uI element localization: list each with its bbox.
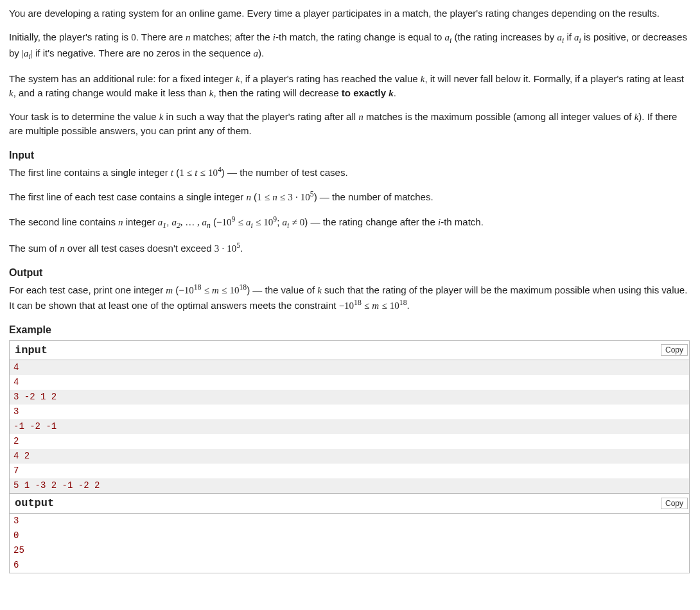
intro-paragraph-4: Your task is to determine the value k in… <box>9 110 690 139</box>
input-line: 4 2 <box>10 449 689 464</box>
output-line: 3 <box>10 514 689 528</box>
input-line: 4 <box>10 375 689 390</box>
input-para-4: The sum of n over all test cases doesn't… <box>9 240 690 256</box>
input-line: 4 <box>10 360 689 375</box>
input-para-1: The first line contains a single integer… <box>9 164 690 180</box>
output-heading: Output <box>9 265 690 281</box>
input-para-2: The first line of each test case contain… <box>9 189 690 205</box>
copy-output-button[interactable]: Copy <box>661 498 688 509</box>
output-line: 6 <box>10 558 689 573</box>
input-line: 7 <box>10 464 689 478</box>
example-output-header: output Copy <box>10 494 689 514</box>
output-label: output <box>15 495 54 512</box>
output-line: 0 <box>10 528 689 543</box>
example-input-body: 443 -2 1 23-1 -2 -124 275 1 -3 2 -1 -2 2 <box>10 360 689 493</box>
example-output-body: 30256 <box>10 514 689 573</box>
example-input-box: input Copy 443 -2 1 23-1 -2 -124 275 1 -… <box>9 340 690 494</box>
input-line: 2 <box>10 434 689 449</box>
input-line: -1 -2 -1 <box>10 419 689 434</box>
output-line: 25 <box>10 543 689 558</box>
input-line: 3 -2 1 2 <box>10 390 689 405</box>
intro-paragraph-3: The system has an additional rule: for a… <box>9 72 690 101</box>
input-line: 5 1 -3 2 -1 -2 2 <box>10 478 689 493</box>
input-line: 3 <box>10 405 689 419</box>
input-para-3: The second line contains n integer a1, a… <box>9 214 690 232</box>
example-input-header: input Copy <box>10 341 689 361</box>
example-output-box: output Copy 30256 <box>9 493 690 573</box>
input-heading: Input <box>9 148 690 163</box>
copy-input-button[interactable]: Copy <box>661 344 688 356</box>
input-label: input <box>15 342 48 359</box>
output-para: For each test case, print one integer m … <box>9 282 690 313</box>
intro-paragraph-2: Initially, the player's rating is 0. The… <box>9 30 690 63</box>
intro-paragraph-1: You are developing a rating system for a… <box>9 6 690 21</box>
example-heading: Example <box>9 322 690 338</box>
